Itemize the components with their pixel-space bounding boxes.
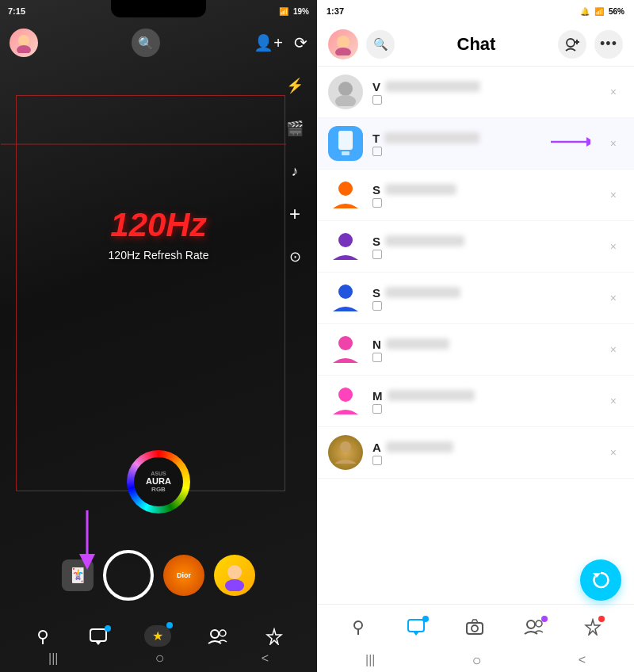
svg-rect-21 — [342, 151, 349, 155]
avatar-a — [328, 435, 363, 470]
search-icon-right: 🔍 — [373, 37, 388, 52]
search-button-right[interactable]: 🔍 — [366, 30, 395, 59]
svg-marker-39 — [586, 620, 600, 635]
close-v[interactable]: × — [604, 82, 623, 101]
chat-item-s2[interactable]: S × — [317, 221, 634, 273]
avatar-left[interactable] — [10, 29, 38, 57]
recent-apps-btn-right[interactable]: ||| — [365, 653, 375, 667]
close-m[interactable]: × — [604, 391, 623, 410]
chat-sub-m — [372, 404, 604, 414]
nav-chat-right[interactable] — [407, 618, 426, 636]
chat-item-m[interactable]: M × — [317, 376, 634, 427]
camera-icon-right — [465, 618, 484, 636]
chat-name-blurred-s3 — [385, 287, 460, 298]
chat-item-s1[interactable]: S × — [317, 170, 634, 221]
chat-list: V × T — [317, 67, 634, 604]
back-btn-right[interactable]: < — [579, 653, 586, 667]
nav-location-left[interactable] — [34, 628, 52, 645]
chat-sub-s1 — [372, 198, 604, 208]
capture-button[interactable] — [103, 550, 154, 601]
nav-friends-left[interactable] — [208, 628, 228, 645]
chat-info-m: M — [372, 389, 604, 414]
nav-discover-left[interactable] — [265, 628, 283, 645]
checkbox-n — [372, 353, 382, 362]
chat-name-s3: S — [372, 286, 604, 300]
close-a[interactable]: × — [604, 443, 623, 462]
back-btn-left[interactable]: < — [262, 651, 269, 666]
avatar-s3 — [328, 281, 363, 315]
bottom-nav-right — [317, 604, 634, 648]
fab-button[interactable] — [580, 559, 621, 601]
chat-initial-t: T — [372, 132, 380, 145]
dior-lens[interactable]: Dior — [163, 555, 204, 596]
chat-item-s3[interactable]: S × — [317, 273, 634, 324]
svg-point-25 — [338, 233, 353, 247]
svg-point-27 — [338, 336, 353, 350]
home-btn-right[interactable]: ○ — [472, 651, 482, 670]
avatar-n — [328, 332, 363, 367]
aura-brand: ASUS — [151, 471, 166, 476]
video-button[interactable]: 🎬 — [281, 114, 309, 143]
add-friend-button-right[interactable] — [558, 30, 586, 59]
close-s2[interactable]: × — [604, 237, 623, 256]
nav-spotlight-left[interactable]: ★ — [144, 625, 171, 647]
lens-button[interactable]: ⊙ — [281, 242, 309, 271]
person-icon-n — [330, 333, 361, 366]
svg-point-29 — [340, 441, 351, 452]
chat-item-t[interactable]: T × — [317, 118, 634, 170]
svg-rect-35 — [467, 623, 483, 634]
face-lens[interactable] — [214, 555, 255, 596]
close-t[interactable]: × — [604, 134, 623, 153]
purple-arrow-left — [71, 510, 103, 577]
person-icon-s1 — [330, 178, 361, 212]
avatar-right[interactable] — [328, 29, 358, 59]
checkbox-t — [372, 147, 382, 156]
avatar-v — [328, 74, 363, 109]
grid-overlay — [16, 95, 285, 491]
chat-name-blurred-s1 — [385, 184, 456, 195]
rotate-icon-left[interactable]: ⟳ — [294, 33, 307, 52]
chat-item-v[interactable]: V × — [317, 67, 634, 118]
add-friend-icon-left[interactable]: 👤+ — [254, 33, 283, 52]
top-bar-left: 🔍 👤+ ⟳ — [0, 22, 317, 63]
svg-point-37 — [527, 620, 535, 628]
home-btn-left[interactable]: ○ — [155, 649, 165, 667]
nav-discover-right[interactable] — [584, 618, 602, 636]
avatar-s2 — [328, 229, 363, 264]
flash-button[interactable]: ⚡ — [281, 71, 309, 100]
chat-name-blurred-v — [385, 81, 480, 92]
aura-name: AURA — [146, 476, 171, 486]
svg-point-15 — [567, 39, 575, 47]
add-button[interactable]: + — [281, 200, 309, 228]
chat-name-blurred-s2 — [385, 235, 464, 246]
chat-item-a[interactable]: A × — [317, 427, 634, 479]
dior-label: Dior — [177, 571, 191, 579]
recent-apps-btn-left[interactable]: ||| — [48, 651, 58, 666]
nav-friends-right[interactable] — [524, 618, 544, 636]
chat-sub-v — [372, 95, 604, 105]
more-button-right[interactable]: ••• — [594, 30, 623, 59]
chat-initial-n: N — [372, 338, 381, 351]
nav-camera-right[interactable] — [465, 618, 484, 636]
svg-point-38 — [536, 620, 542, 627]
aura-inner: ASUS AURA RGB — [134, 457, 183, 506]
chat-item-n[interactable]: N × — [317, 324, 634, 376]
avatar-emoji — [13, 32, 34, 53]
music-button[interactable]: ♪ — [281, 157, 309, 185]
search-button-left[interactable]: 🔍 — [132, 29, 160, 57]
signal-icon-right: 📶 — [594, 7, 604, 16]
nav-location-right[interactable] — [349, 618, 367, 636]
svg-point-1 — [17, 45, 31, 53]
system-nav-left: ||| ○ < — [0, 649, 317, 667]
close-n[interactable]: × — [604, 340, 623, 359]
snap-icon-t — [334, 129, 357, 158]
close-s1[interactable]: × — [604, 185, 623, 204]
svg-marker-34 — [413, 632, 419, 636]
svg-point-31 — [354, 621, 362, 629]
nav-chat-left[interactable] — [89, 628, 108, 645]
notch — [111, 0, 206, 17]
close-s3[interactable]: × — [604, 288, 623, 307]
top-bar-right: 🔍 Chat ••• — [317, 22, 634, 67]
fab-icon — [590, 570, 611, 590]
person-icon-s3 — [330, 281, 361, 315]
